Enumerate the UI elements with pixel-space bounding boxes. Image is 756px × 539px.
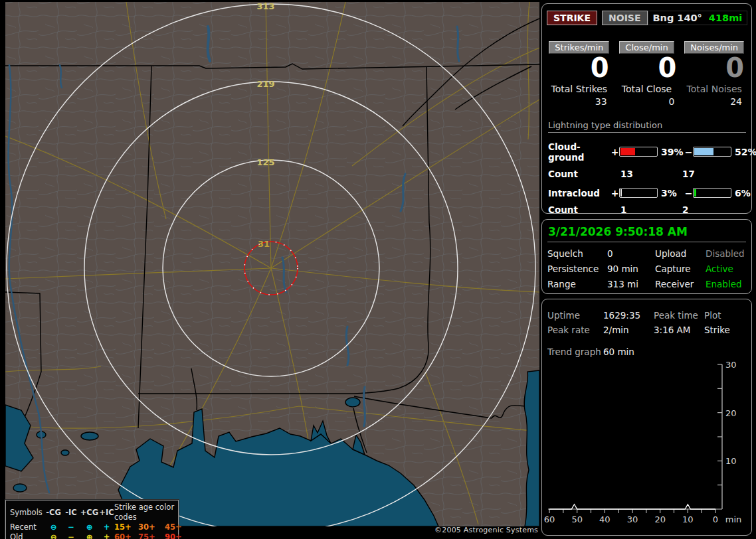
session-panel: Uptime 1629:35 Peak time Plot Peak rate … bbox=[541, 299, 752, 536]
svg-text:20: 20 bbox=[654, 514, 666, 524]
ic-minus-count: 2 bbox=[680, 204, 746, 215]
trend-graph: 6050403020100min102030 bbox=[544, 356, 749, 532]
strike-button[interactable]: STRIKE bbox=[547, 11, 597, 25]
minus-sign: − bbox=[684, 147, 693, 157]
range-value: 313 mi bbox=[607, 279, 655, 289]
total-close-value: 0 bbox=[613, 96, 681, 107]
svg-text:60: 60 bbox=[544, 514, 555, 524]
cloud-ground-row: Cloud-ground + 39% − 52% bbox=[548, 141, 746, 163]
cg-minus-bar bbox=[693, 147, 731, 157]
status-panel: 3/21/2026 9:50:18 AM Squelch 0 Upload Di… bbox=[541, 219, 752, 294]
count-label: Count bbox=[548, 169, 611, 179]
cg-plus-count: 13 bbox=[611, 169, 680, 179]
total-noises-label: Total Noises bbox=[680, 84, 748, 94]
total-strikes-value: 33 bbox=[545, 96, 613, 107]
intracloud-count-row: Count 1 2 bbox=[548, 204, 746, 215]
counters-panel: STRIKE NOISE Bng 140°418mi Strikes/min 0… bbox=[541, 3, 752, 214]
svg-text:40: 40 bbox=[599, 514, 611, 524]
datetime-display: 3/21/2026 9:50:18 AM bbox=[548, 225, 746, 238]
trend-graph-label: Trend graph bbox=[547, 346, 603, 357]
noise-button[interactable]: NOISE bbox=[602, 11, 647, 25]
legend-age-header: Strike age color codes bbox=[114, 502, 187, 522]
range-label: Range bbox=[547, 279, 607, 289]
status-row: Persistence 90 min Capture Active bbox=[547, 264, 746, 274]
svg-text:min: min bbox=[725, 514, 742, 524]
capture-label: Capture bbox=[655, 264, 706, 274]
minus-sign: − bbox=[684, 188, 693, 198]
svg-text:10: 10 bbox=[725, 456, 737, 466]
squelch-label: Squelch bbox=[547, 248, 607, 259]
cloud-ground-label: Cloud-ground bbox=[548, 141, 611, 163]
cloud-ground-count-row: Count 13 17 bbox=[548, 169, 746, 179]
status-row: Range 313 mi Receiver Enabled bbox=[547, 279, 746, 289]
count-label: Count bbox=[548, 204, 611, 215]
cg-minus-count: 17 bbox=[680, 169, 746, 179]
ring-label-31: 31 bbox=[258, 239, 270, 249]
capture-value: Active bbox=[706, 264, 746, 274]
legend-col-pos-cg: +CG bbox=[80, 508, 99, 518]
status-row: Squelch 0 Upload Disabled bbox=[547, 248, 746, 259]
intracloud-row: Intracloud + 3% − 6% bbox=[548, 188, 746, 198]
plus-sign: + bbox=[611, 147, 619, 157]
svg-text:50: 50 bbox=[571, 514, 583, 524]
total-noises-value: 24 bbox=[680, 96, 748, 107]
session-row: Peak rate 2/min 3:16 AM Strike bbox=[547, 325, 746, 335]
bearing-label: Bng 140° bbox=[653, 13, 702, 23]
squelch-value: 0 bbox=[607, 248, 655, 259]
noises-column: Noises/min 0 Total Noises 24 bbox=[680, 41, 748, 107]
strikes-rate-value: 0 bbox=[545, 54, 613, 82]
divider bbox=[547, 242, 746, 242]
peak-rate-label: Peak rate bbox=[547, 325, 603, 335]
legend-symbols-header: Symbols bbox=[10, 508, 45, 518]
ring-label-313: 313 bbox=[256, 2, 274, 11]
copyright-text: ©2005 Astrogenic Systems bbox=[5, 526, 538, 534]
ic-minus-pct: 6% bbox=[731, 188, 751, 198]
cg-plus-pct: 39% bbox=[658, 147, 684, 157]
trend-graph-value: 60 min bbox=[603, 346, 746, 357]
svg-text:20: 20 bbox=[725, 408, 737, 418]
intracloud-label: Intracloud bbox=[548, 188, 611, 198]
cg-minus-pct: 52% bbox=[731, 147, 756, 157]
ic-plus-pct: 3% bbox=[658, 188, 684, 198]
ring-label-219: 219 bbox=[256, 79, 274, 89]
plot-label: Plot bbox=[704, 310, 746, 321]
ic-minus-bar bbox=[693, 188, 731, 198]
legend-col-pos-ic: +IC bbox=[99, 508, 114, 518]
total-strikes-label: Total Strikes bbox=[545, 84, 613, 94]
ic-plus-bar bbox=[619, 188, 658, 198]
svg-text:10: 10 bbox=[682, 514, 694, 524]
close-column: Close/min 0 Total Close 0 bbox=[613, 41, 681, 107]
legend-col-neg-cg: -CG bbox=[45, 508, 62, 518]
bearing-range: 418mi bbox=[709, 13, 742, 23]
noises-rate-value: 0 bbox=[680, 54, 748, 82]
plot-value: Strike bbox=[704, 325, 746, 335]
ring-label-125: 125 bbox=[256, 157, 274, 167]
svg-text:30: 30 bbox=[627, 514, 638, 524]
close-rate-value: 0 bbox=[613, 54, 681, 82]
svg-text:30: 30 bbox=[725, 360, 737, 370]
strikes-column: Strikes/min 0 Total Strikes 33 bbox=[545, 41, 613, 107]
map-display: 313 219 125 31 Symbols -CG -IC +CG +IC S… bbox=[5, 2, 539, 526]
peak-time-value: 3:16 AM bbox=[654, 325, 704, 335]
peak-time-label: Peak time bbox=[654, 310, 704, 321]
ic-plus-count: 1 bbox=[611, 204, 680, 215]
cg-plus-bar bbox=[619, 147, 658, 157]
uptime-label: Uptime bbox=[547, 310, 603, 321]
upload-label: Upload bbox=[655, 248, 706, 259]
persistence-label: Persistence bbox=[547, 264, 607, 274]
receiver-label: Receiver bbox=[655, 279, 706, 289]
bearing-readout: Bng 140°418mi bbox=[648, 11, 748, 25]
receiver-value: Enabled bbox=[706, 279, 746, 289]
peak-rate-value: 2/min bbox=[603, 325, 654, 335]
upload-value: Disabled bbox=[706, 248, 746, 259]
total-close-label: Total Close bbox=[613, 84, 681, 94]
map-canvas: 313 219 125 31 bbox=[5, 2, 539, 526]
session-row: Uptime 1629:35 Peak time Plot bbox=[547, 310, 746, 321]
persistence-value: 90 min bbox=[607, 264, 655, 274]
trend-graph-row: Trend graph 60 min bbox=[547, 346, 746, 357]
uptime-value: 1629:35 bbox=[603, 310, 654, 321]
distribution-title: Lightning type distribution bbox=[548, 120, 746, 133]
plus-sign: + bbox=[611, 188, 619, 198]
legend-col-neg-ic: -IC bbox=[62, 508, 80, 518]
svg-text:0: 0 bbox=[713, 514, 718, 524]
